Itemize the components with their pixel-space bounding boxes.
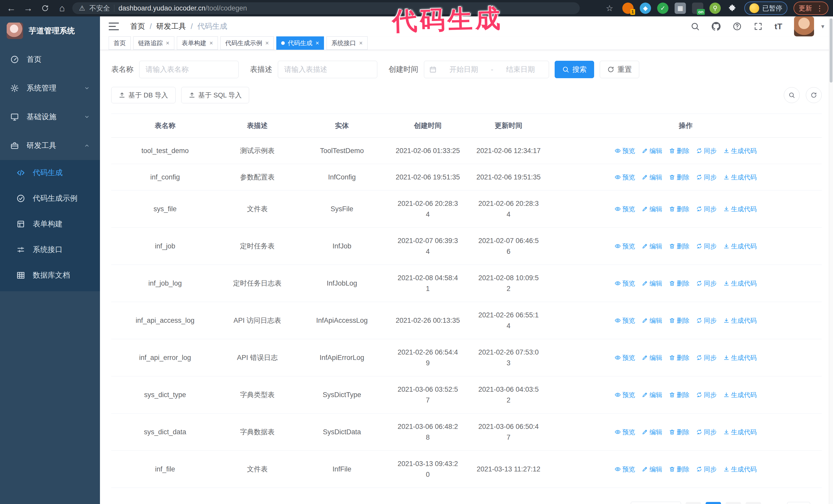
table-row[interactable]: sys_dict_data 字典数据表 SysDictData 2021-03-… xyxy=(111,413,822,451)
browser-forward-button[interactable]: → xyxy=(22,2,35,15)
delete-link[interactable]: 删除 xyxy=(669,173,689,182)
tab-system-api[interactable]: 系统接口× xyxy=(327,37,367,50)
page-button-2[interactable]: 2 xyxy=(725,502,741,504)
generate-code-link[interactable]: 生成代码 xyxy=(723,242,757,250)
preview-link[interactable]: 预览 xyxy=(615,428,635,436)
goto-page-input[interactable] xyxy=(787,502,810,504)
help-icon[interactable] xyxy=(733,22,742,31)
close-icon[interactable]: × xyxy=(265,40,269,47)
font-size-icon[interactable]: tT xyxy=(775,22,782,31)
sync-link[interactable]: 同步 xyxy=(696,173,717,182)
tab-trace[interactable]: 链路追踪× xyxy=(133,37,174,50)
page-size-select[interactable]: 10条/页 ▾ xyxy=(631,502,681,504)
extension-icon-grid[interactable]: ▦ xyxy=(674,3,686,14)
preview-link[interactable]: 预览 xyxy=(615,354,635,362)
generate-code-link[interactable]: 生成代码 xyxy=(723,465,757,474)
tab-form-builder[interactable]: 表单构建× xyxy=(177,37,218,50)
preview-link[interactable]: 预览 xyxy=(615,316,635,325)
preview-link[interactable]: 预览 xyxy=(615,242,635,250)
delete-link[interactable]: 删除 xyxy=(669,242,689,250)
table-row[interactable]: inf_job_log 定时任务日志表 InfJobLog 2021-02-08… xyxy=(111,265,822,302)
table-row[interactable]: inf_api_access_log API 访问日志表 InfApiAcces… xyxy=(111,302,822,339)
tab-codegen-example[interactable]: 代码生成示例× xyxy=(220,37,274,50)
search-icon[interactable] xyxy=(690,22,700,31)
preview-link[interactable]: 预览 xyxy=(615,205,635,213)
table-row[interactable]: tool_test_demo 测试示例表 ToolTestDemo 2021-0… xyxy=(111,138,822,164)
extensions-puzzle-icon[interactable] xyxy=(727,3,738,14)
sidebar-item-dev-tools[interactable]: 研发工具 xyxy=(0,131,100,160)
edit-link[interactable]: 编辑 xyxy=(642,428,662,436)
delete-link[interactable]: 删除 xyxy=(669,205,689,213)
generate-code-link[interactable]: 生成代码 xyxy=(723,205,757,213)
date-end-placeholder[interactable]: 结束日期 xyxy=(498,65,544,74)
sync-link[interactable]: 同步 xyxy=(696,147,717,155)
preview-link[interactable]: 预览 xyxy=(615,465,635,474)
fullscreen-icon[interactable] xyxy=(754,22,763,31)
browser-reload-button[interactable] xyxy=(39,2,52,15)
sidebar-item-system-api[interactable]: 系统接口 xyxy=(0,237,100,263)
delete-link[interactable]: 删除 xyxy=(669,354,689,362)
close-icon[interactable]: × xyxy=(166,40,169,47)
delete-link[interactable]: 删除 xyxy=(669,428,689,436)
reset-button[interactable]: 重置 xyxy=(600,61,639,78)
date-start-placeholder[interactable]: 开始日期 xyxy=(441,65,487,74)
generate-code-link[interactable]: 生成代码 xyxy=(723,173,757,182)
github-icon[interactable] xyxy=(712,22,721,31)
logo[interactable]: 芋道管理系统 xyxy=(0,17,100,45)
user-avatar[interactable] xyxy=(794,17,814,37)
table-row[interactable]: sys_file 文件表 SysFile 2021-02-06 20:28:3 … xyxy=(111,190,822,227)
delete-link[interactable]: 删除 xyxy=(669,465,689,474)
sidebar-item-codegen[interactable]: 代码生成 xyxy=(0,160,100,186)
tab-home[interactable]: 首页 xyxy=(109,37,131,50)
sync-link[interactable]: 同步 xyxy=(696,316,717,325)
sidebar-item-home[interactable]: 首页 xyxy=(0,45,100,74)
browser-back-button[interactable]: ← xyxy=(5,2,18,15)
edit-link[interactable]: 编辑 xyxy=(642,279,662,288)
security-label[interactable]: 不安全 xyxy=(89,4,110,13)
delete-link[interactable]: 删除 xyxy=(669,279,689,288)
browser-update-button[interactable]: 更新 ⋮ xyxy=(793,2,828,15)
preview-link[interactable]: 预览 xyxy=(615,279,635,288)
edit-link[interactable]: 编辑 xyxy=(642,316,662,325)
breadcrumb-dev-tools[interactable]: 研发工具 xyxy=(156,21,186,31)
sidebar-item-infrastructure[interactable]: 基础设施 xyxy=(0,102,100,131)
table-row[interactable]: inf_file 文件表 InfFile 2021-03-13 09:43:2 … xyxy=(111,451,822,488)
extension-icon-green-check[interactable]: ✓ xyxy=(657,3,668,14)
table-desc-input[interactable] xyxy=(278,61,377,78)
sync-link[interactable]: 同步 xyxy=(696,428,717,436)
delete-link[interactable]: 删除 xyxy=(669,391,689,399)
close-icon[interactable]: × xyxy=(315,40,319,47)
edit-link[interactable]: 编辑 xyxy=(642,391,662,399)
hamburger-icon[interactable] xyxy=(109,23,119,30)
date-range-picker[interactable]: 开始日期 - 结束日期 xyxy=(424,61,549,78)
sidebar-item-form-builder[interactable]: 表单构建 xyxy=(0,211,100,237)
close-icon[interactable]: × xyxy=(359,40,363,47)
edit-link[interactable]: 编辑 xyxy=(642,205,662,213)
extension-icon-proxy[interactable]: on xyxy=(692,3,703,14)
table-row[interactable]: sys_dict_type 字典类型表 SysDictType 2021-03-… xyxy=(111,376,822,413)
sync-link[interactable]: 同步 xyxy=(696,354,717,362)
edit-link[interactable]: 编辑 xyxy=(642,354,662,362)
table-name-input[interactable] xyxy=(139,61,239,78)
extension-icon-key[interactable]: ⚲ xyxy=(710,3,721,14)
scrollbar-thumb[interactable] xyxy=(830,19,832,82)
toggle-search-button[interactable] xyxy=(784,87,800,103)
avatar-caret-down-icon[interactable]: ▾ xyxy=(821,23,824,30)
sidebar-item-db-doc[interactable]: 数据库文档 xyxy=(0,263,100,288)
preview-link[interactable]: 预览 xyxy=(615,173,635,182)
search-button[interactable]: 搜索 xyxy=(555,61,594,78)
next-page-button[interactable]: › xyxy=(745,502,761,504)
table-row[interactable]: inf_job 定时任务表 InfJob 2021-02-07 06:39:3 … xyxy=(111,227,822,265)
edit-link[interactable]: 编辑 xyxy=(642,173,662,182)
bookmark-star-icon[interactable]: ☆ xyxy=(603,2,616,15)
preview-link[interactable]: 预览 xyxy=(615,147,635,155)
refresh-table-button[interactable] xyxy=(806,87,822,103)
sync-link[interactable]: 同步 xyxy=(696,205,717,213)
generate-code-link[interactable]: 生成代码 xyxy=(723,316,757,325)
browser-home-button[interactable]: ⌂ xyxy=(55,2,69,15)
generate-code-link[interactable]: 生成代码 xyxy=(723,391,757,399)
generate-code-link[interactable]: 生成代码 xyxy=(723,147,757,155)
sync-link[interactable]: 同步 xyxy=(696,279,717,288)
preview-link[interactable]: 预览 xyxy=(615,391,635,399)
edit-link[interactable]: 编辑 xyxy=(642,147,662,155)
